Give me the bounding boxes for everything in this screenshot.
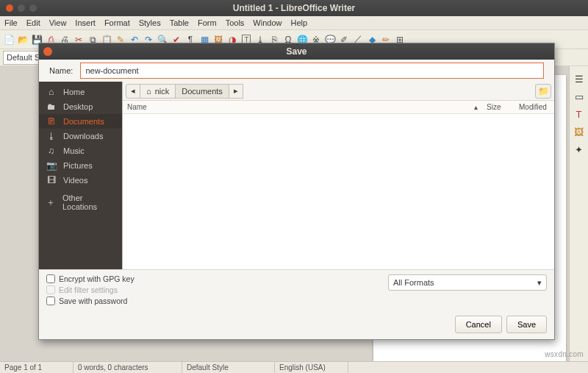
checkbox-icon[interactable] xyxy=(46,274,55,283)
menu-insert[interactable]: Insert xyxy=(75,18,96,27)
sidebar-styles-icon[interactable]: T xyxy=(573,107,586,121)
pictures-icon: 📷 xyxy=(46,160,56,171)
videos-icon: 🎞 xyxy=(46,175,56,185)
desktop-icon: 🖿 xyxy=(46,102,56,112)
file-list-header: Name ▴ Size Modified xyxy=(123,101,554,114)
place-label: Other Locations xyxy=(62,193,115,211)
checkbox-icon[interactable] xyxy=(46,296,55,305)
new-folder-button[interactable]: 📁 xyxy=(535,84,551,99)
sidebar-page-icon[interactable]: ▭ xyxy=(573,90,586,103)
file-format-select[interactable]: All Formats ▾ xyxy=(388,274,547,291)
save-password-checkbox[interactable]: Save with password xyxy=(46,296,135,305)
menu-styles[interactable]: Styles xyxy=(139,18,161,27)
cancel-button[interactable]: Cancel xyxy=(455,316,502,333)
path-bar: ◂ ⌂nick Documents ▸ 📁 xyxy=(123,82,554,101)
chevron-down-icon: ▾ xyxy=(537,278,542,288)
save-dialog: Save Name: ⌂Home 🖿Desktop 🖹Documents ⭳Do… xyxy=(38,43,555,340)
sidebar-gallery-icon[interactable]: 🖼 xyxy=(573,125,586,138)
place-desktop[interactable]: 🖿Desktop xyxy=(39,99,122,114)
place-home[interactable]: ⌂Home xyxy=(39,85,122,99)
menu-form[interactable]: Form xyxy=(198,18,217,27)
format-label: All Formats xyxy=(393,278,434,287)
status-words[interactable]: 0 words, 0 characters xyxy=(74,362,182,373)
window-title: Untitled 1 - LibreOffice Writer xyxy=(0,3,588,13)
path-back-button[interactable]: ◂ xyxy=(126,84,140,99)
column-name[interactable]: Name ▴ xyxy=(123,101,482,113)
encrypt-gpg-checkbox[interactable]: Encrypt with GPG key xyxy=(46,274,135,283)
place-label: Music xyxy=(63,146,85,155)
menu-help[interactable]: Help xyxy=(290,18,307,27)
sidebar-properties-icon[interactable]: ☰ xyxy=(573,72,586,85)
checkbox-label: Encrypt with GPG key xyxy=(59,274,135,283)
watermark: wsxdn.com xyxy=(545,350,584,358)
home-icon: ⌂ xyxy=(46,87,56,97)
filename-label: Name: xyxy=(49,66,73,75)
dialog-title: Save xyxy=(39,46,554,57)
menu-file[interactable]: File xyxy=(4,18,18,27)
music-icon: ♫ xyxy=(46,146,56,156)
sidebar-panel: ☰ ▭ T 🖼 ✦ xyxy=(569,66,588,361)
status-bar: Page 1 of 1 0 words, 0 characters Defaul… xyxy=(0,361,588,373)
status-remainder xyxy=(348,362,588,373)
menu-view[interactable]: View xyxy=(49,18,67,27)
place-label: Downloads xyxy=(63,132,103,141)
place-downloads[interactable]: ⭳Downloads xyxy=(39,129,122,143)
place-documents[interactable]: 🖹Documents xyxy=(39,114,122,129)
menu-edit[interactable]: Edit xyxy=(26,18,40,27)
edit-filter-checkbox: Edit filter settings xyxy=(46,285,135,294)
place-other-locations[interactable]: ＋Other Locations xyxy=(39,195,122,210)
place-label: Pictures xyxy=(63,161,93,170)
status-page[interactable]: Page 1 of 1 xyxy=(0,362,74,373)
file-list[interactable] xyxy=(123,114,554,269)
filename-input[interactable] xyxy=(80,63,544,79)
open-icon[interactable]: 📂 xyxy=(17,34,29,46)
path-documents-button[interactable]: Documents xyxy=(175,84,229,99)
checkbox-label: Save with password xyxy=(59,296,127,305)
places-sidebar: ⌂Home 🖿Desktop 🖹Documents ⭳Downloads ♫Mu… xyxy=(39,82,122,269)
place-music[interactable]: ♫Music xyxy=(39,143,122,158)
save-button[interactable]: Save xyxy=(506,316,547,333)
column-size[interactable]: Size xyxy=(482,101,514,113)
place-label: Documents xyxy=(63,117,104,126)
home-icon: ⌂ xyxy=(146,87,151,96)
path-home-button[interactable]: ⌂nick xyxy=(140,84,176,99)
status-style[interactable]: Default Style xyxy=(182,362,275,373)
menu-window[interactable]: Window xyxy=(253,18,282,27)
place-label: Home xyxy=(63,88,85,96)
place-pictures[interactable]: 📷Pictures xyxy=(39,158,122,173)
menu-format[interactable]: Format xyxy=(104,18,130,27)
downloads-icon: ⭳ xyxy=(46,131,56,141)
menu-tools[interactable]: Tools xyxy=(226,18,245,27)
place-videos[interactable]: 🎞Videos xyxy=(39,173,122,188)
new-icon[interactable]: 📄 xyxy=(3,34,15,46)
status-language[interactable]: English (USA) xyxy=(275,362,348,373)
path-user-label: nick xyxy=(155,87,170,96)
checkbox-label: Edit filter settings xyxy=(59,285,118,294)
path-forward-button[interactable]: ▸ xyxy=(229,84,243,99)
menu-table[interactable]: Table xyxy=(170,18,189,27)
documents-icon: 🖹 xyxy=(46,116,56,127)
place-label: Desktop xyxy=(63,102,93,111)
menu-bar: File Edit View Insert Format Styles Tabl… xyxy=(0,16,588,30)
column-modified[interactable]: Modified xyxy=(514,101,554,113)
sidebar-navigator-icon[interactable]: ✦ xyxy=(573,143,586,156)
place-label: Videos xyxy=(63,176,87,185)
checkbox-icon xyxy=(46,285,55,294)
plus-icon: ＋ xyxy=(46,196,55,209)
